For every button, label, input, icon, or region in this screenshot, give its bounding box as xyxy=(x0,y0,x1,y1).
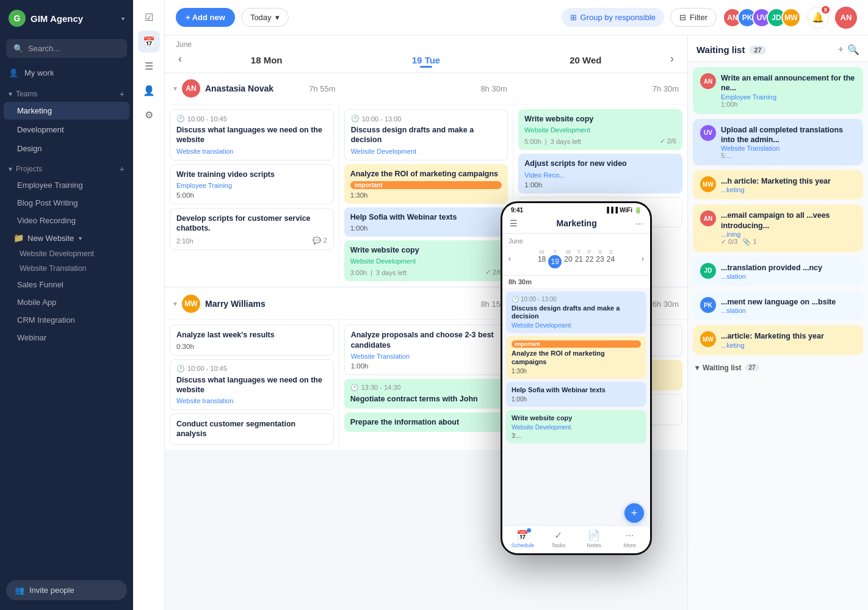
tool-list[interactable]: ☰ xyxy=(138,55,160,77)
task-card-roi[interactable]: Analyze the ROI of marketing campaigns i… xyxy=(344,164,508,204)
task-card-sofia[interactable]: Help Sofia with Webinar texts 1:00h xyxy=(344,207,508,237)
mini-next-button[interactable]: › xyxy=(642,254,644,263)
sidebar-item-crm-integration[interactable]: CRM Integration xyxy=(4,312,129,328)
today-button[interactable]: Today ▾ xyxy=(241,8,289,27)
task-project: Video Reco... xyxy=(524,171,676,179)
footer-notes-label: Notes xyxy=(587,542,601,548)
task-title: Prepare the information about xyxy=(350,417,502,427)
app-logo[interactable]: G GIM Agency ▾ xyxy=(0,0,133,37)
mobile-fab-button[interactable]: + xyxy=(624,503,644,523)
task-title: Write training video scripts xyxy=(176,170,327,179)
task-card[interactable]: Write website copy Website Development 5… xyxy=(518,109,682,150)
mobile-month-label: June xyxy=(508,237,644,245)
group-by-button[interactable]: ⊞ Group by responsible xyxy=(562,8,665,27)
invite-people-button[interactable]: 👥 Invite people xyxy=(6,580,127,600)
sidebar-item-design[interactable]: Design xyxy=(4,140,129,157)
task-card[interactable]: Develop scripts for customer service cha… xyxy=(170,208,334,251)
task-card[interactable]: Analyze last week's results 0:30h xyxy=(170,325,334,355)
task-title: Discuss what languages we need on the we… xyxy=(176,375,327,395)
tool-settings[interactable]: ⚙ xyxy=(138,104,160,126)
sidebar-item-webinar[interactable]: Webinar xyxy=(4,329,129,346)
avatar-5[interactable]: MW xyxy=(781,8,801,27)
task-card[interactable]: Adjust scripts for new video Video Reco.… xyxy=(518,154,682,193)
task-card-prepare[interactable]: Prepare the information about xyxy=(344,412,508,432)
new-website-label: New Website xyxy=(27,234,74,243)
header: + Add new Today ▾ ⊞ Group by responsible… xyxy=(165,0,868,35)
notification-badge: 8 xyxy=(822,6,830,13)
search-input[interactable]: 🔍 Search... xyxy=(6,39,127,58)
task-card[interactable]: Write training video scripts Employee Tr… xyxy=(170,164,334,204)
add-new-button[interactable]: + Add new xyxy=(176,8,235,27)
filter-button[interactable]: ⊟ Filter xyxy=(670,8,717,27)
sidebar-item-website-development[interactable]: Website Development xyxy=(0,246,133,261)
waiting-card[interactable]: MW ...h article: Marketing this year ...… xyxy=(693,170,863,199)
waiting-mobile-section[interactable]: ▾ Waiting list 27 xyxy=(693,360,863,376)
task-meta: 3:00h | 3 days left ✓ 2/6 xyxy=(350,268,502,276)
sidebar-item-mobile-app[interactable]: Mobile App xyxy=(4,294,129,310)
projects-section-header: ▾ Projects + xyxy=(0,158,133,176)
mobile-footer-tasks[interactable]: ✓ Tasks xyxy=(541,529,577,548)
sidebar-item-new-website[interactable]: 📁 New Website ▾ xyxy=(0,229,133,246)
mini-day-sun[interactable]: S 24 xyxy=(606,247,616,270)
mobile-task-card[interactable]: Write website copy Website Development 3… xyxy=(506,410,646,443)
tool-check[interactable]: ☑ xyxy=(138,6,160,28)
sidebar-item-employee-training[interactable]: Employee Training xyxy=(4,177,129,193)
mini-day-fri[interactable]: F 22 xyxy=(584,247,595,270)
add-team-button[interactable]: + xyxy=(120,89,125,99)
user-avatar[interactable]: AN xyxy=(835,7,857,29)
wcard-title: ...article: Marketing this year xyxy=(721,331,824,341)
sidebar-item-video-recording[interactable]: Video Recording xyxy=(4,212,129,229)
mobile-task-card[interactable]: important Analyze the ROI of marketing c… xyxy=(506,336,646,378)
sidebar-item-marketing[interactable]: Marketing xyxy=(4,102,129,120)
waiting-list-panel: Waiting list 27 + 🔍 AN Write an email an… xyxy=(687,35,868,610)
tool-calendar[interactable]: 📅 xyxy=(138,30,160,52)
task-card-website-copy[interactable]: Write website copy Website Development 3… xyxy=(344,240,508,281)
next-day-button[interactable]: › xyxy=(665,50,679,68)
task-card[interactable]: 🕐10:00 - 10:45 Discuss what languages we… xyxy=(170,109,334,160)
mini-day-wed[interactable]: W 20 xyxy=(563,247,573,270)
task-card-negotiate[interactable]: 🕐13:30 - 14:30 Negotiate contract terms … xyxy=(344,379,508,409)
mini-day-sat[interactable]: S 23 xyxy=(595,247,605,270)
wcard-title: Upload all completed translations into t… xyxy=(721,125,856,145)
waiting-card[interactable]: PK ...ment new language on ...bsite ...s… xyxy=(693,291,863,320)
day-cell-tue-marry: Analyze proposals and choose 2-3 best ca… xyxy=(339,320,513,449)
sidebar-item-development[interactable]: Development xyxy=(4,121,129,138)
mobile-more-icon[interactable]: ··· xyxy=(635,218,643,228)
sidebar-item-blog-post-writing[interactable]: Blog Post Writing xyxy=(4,195,129,211)
task-card[interactable]: Conduct customer segmentation analysis xyxy=(170,414,334,445)
task-card[interactable]: 🕐10:00 - 13:00 Discuss design drafts and… xyxy=(344,109,508,160)
today-label: Today xyxy=(250,13,272,22)
sidebar-item-sales-funnel[interactable]: Sales Funnel xyxy=(4,276,129,293)
search-waiting-button[interactable]: 🔍 xyxy=(847,44,859,56)
mobile-task-card[interactable]: 🕐10:00 - 13:00 Discuss design drafts and… xyxy=(506,292,646,333)
task-duration: 2:10h xyxy=(176,237,193,245)
mobile-menu-icon[interactable]: ☰ xyxy=(510,218,518,228)
tool-person[interactable]: 👤 xyxy=(138,79,160,101)
add-waiting-button[interactable]: + xyxy=(838,44,844,56)
mobile-footer-schedule[interactable]: 📅 Schedule xyxy=(505,529,541,548)
mobile-footer-notes[interactable]: 📄 Notes xyxy=(576,529,612,548)
collapse-button[interactable]: ▾ xyxy=(173,84,177,93)
toolstrip: ☑ 📅 ☰ 👤 ⚙ xyxy=(133,0,165,610)
task-card[interactable]: 🕐10:00 - 10:45 Discuss what languages we… xyxy=(170,359,334,411)
collapse-button[interactable]: ▾ xyxy=(173,300,177,308)
notifications-button[interactable]: 🔔 8 xyxy=(807,7,829,29)
sidebar-item-website-translation[interactable]: Website Translation xyxy=(0,261,133,276)
mini-prev-button[interactable]: ‹ xyxy=(508,254,511,263)
waiting-card[interactable]: UV Upload all completed translations int… xyxy=(693,119,863,166)
mobile-task-project: Website Development xyxy=(512,322,641,329)
mini-day-mon[interactable]: M 18 xyxy=(537,247,547,270)
sidebar-item-mywork[interactable]: 👤 My work xyxy=(0,63,133,83)
mini-day-tue[interactable]: T 19 xyxy=(547,247,563,270)
add-project-button[interactable]: + xyxy=(120,164,125,174)
waiting-card[interactable]: MW ...article: Marketing this year ...ke… xyxy=(693,325,863,354)
prev-day-button[interactable]: ‹ xyxy=(173,50,187,68)
task-card[interactable]: Analyze proposals and choose 2-3 best ca… xyxy=(344,325,508,375)
waiting-card[interactable]: AN ...email campaign to all ...vees intr… xyxy=(693,204,863,252)
task-project: Website Translation xyxy=(351,353,502,360)
waiting-card[interactable]: JD ...translation provided ...ncy ...sla… xyxy=(693,257,863,286)
waiting-card[interactable]: AN Write an email announcement for the n… xyxy=(693,67,863,114)
mobile-footer-more[interactable]: ··· More xyxy=(612,530,648,548)
mobile-task-card[interactable]: Help Sofia with Webinar texts 1:00h xyxy=(506,382,646,407)
mini-day-thu[interactable]: T 21 xyxy=(574,247,584,270)
